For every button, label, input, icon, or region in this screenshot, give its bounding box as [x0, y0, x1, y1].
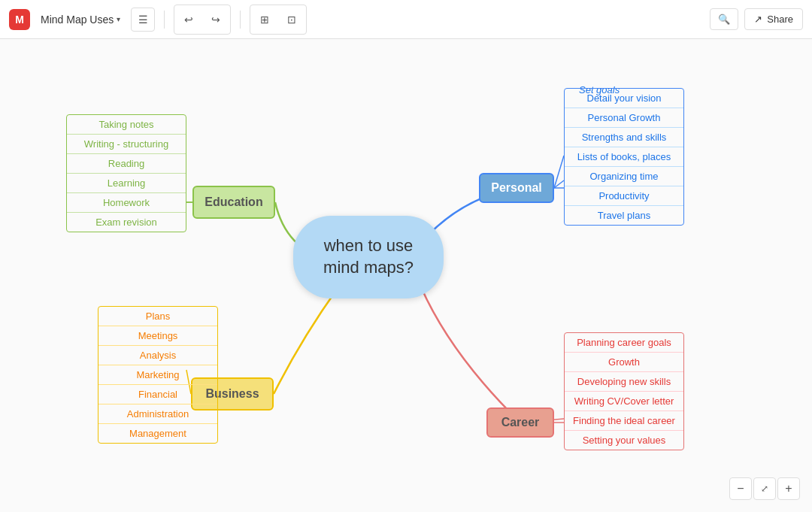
svg-line-1: [554, 156, 564, 188]
list-item[interactable]: Growth: [565, 353, 683, 372]
history-group: ↩ ↪: [174, 5, 231, 35]
center-node-text: when to use mind maps?: [323, 235, 414, 278]
list-item[interactable]: Plans: [98, 307, 217, 326]
title-button[interactable]: Mind Map Uses ▾: [36, 11, 125, 29]
title-label: Mind Map Uses: [41, 14, 114, 26]
list-item[interactable]: Strengths and skills: [565, 128, 683, 147]
list-item[interactable]: Planning career goals: [565, 333, 683, 353]
undo-button[interactable]: ↩: [177, 8, 201, 32]
list-item[interactable]: Marketing: [98, 365, 217, 385]
separator: [164, 11, 165, 29]
personal-node[interactable]: Personal: [479, 173, 554, 203]
insert-icon[interactable]: ⊞: [253, 8, 277, 32]
menu-icon[interactable]: ☰: [131, 8, 155, 32]
list-item[interactable]: Organizing time: [565, 167, 683, 186]
list-item[interactable]: Analysis: [98, 346, 217, 365]
education-node[interactable]: Education: [192, 186, 275, 219]
list-item[interactable]: Writing CV/Cover letter: [565, 392, 683, 411]
career-node[interactable]: Career: [486, 407, 554, 438]
share-label: Share: [767, 14, 793, 25]
search-button[interactable]: 🔍: [710, 8, 738, 30]
app-logo[interactable]: M: [9, 9, 30, 30]
list-item[interactable]: Learning: [67, 174, 186, 193]
redo-button[interactable]: ↪: [204, 8, 228, 32]
list-item[interactable]: Reading: [67, 154, 186, 174]
personal-leaves: Detail your vision Personal Growth Stren…: [564, 88, 684, 226]
list-item[interactable]: Travel plans: [565, 206, 683, 225]
business-leaves: Plans Meetings Analysis Marketing Financ…: [98, 306, 218, 444]
list-item[interactable]: Detail your vision: [565, 89, 683, 108]
layout-icon[interactable]: ⊡: [280, 8, 304, 32]
zoom-out-button[interactable]: −: [729, 477, 752, 500]
list-item[interactable]: Taking notes: [67, 115, 186, 135]
list-item[interactable]: Homework: [67, 193, 186, 213]
list-item[interactable]: Exam revision: [67, 213, 186, 232]
center-node[interactable]: when to use mind maps?: [293, 216, 444, 298]
canvas: when to use mind maps? Education Persona…: [0, 39, 812, 512]
svg-line-2: [554, 180, 564, 188]
education-leaves: Taking notes Writing - structuring Readi…: [66, 114, 186, 232]
toolbar-left: M Mind Map Uses ▾ ☰ ↩ ↪ ⊞ ⊡: [9, 5, 307, 35]
career-label: Career: [501, 416, 540, 429]
zoom-in-button[interactable]: +: [777, 477, 800, 500]
view-group: ⊞ ⊡: [250, 5, 307, 35]
toolbar-right: 🔍 ↗ Share: [710, 8, 803, 30]
career-leaves: Planning career goals Growth Developing …: [564, 332, 684, 450]
list-item[interactable]: Management: [98, 424, 217, 443]
list-item[interactable]: Finding the ideal career: [565, 411, 683, 431]
zoom-fit-button[interactable]: ⤢: [753, 477, 776, 500]
zoom-controls: − ⤢ +: [729, 477, 800, 500]
share-icon: ↗: [754, 14, 762, 25]
share-button[interactable]: ↗ Share: [744, 8, 803, 30]
list-item[interactable]: Meetings: [98, 326, 217, 346]
list-item[interactable]: Writing - structuring: [67, 135, 186, 154]
list-item[interactable]: Setting your values: [565, 431, 683, 450]
list-item[interactable]: Administration: [98, 404, 217, 424]
toolbar: M Mind Map Uses ▾ ☰ ↩ ↪ ⊞ ⊡ 🔍 ↗ Share: [0, 0, 812, 39]
list-item[interactable]: Lists of books, places: [565, 147, 683, 167]
chevron-down-icon: ▾: [117, 15, 120, 23]
personal-label: Personal: [491, 181, 542, 195]
list-item[interactable]: Productivity: [565, 186, 683, 206]
separator2: [240, 11, 241, 29]
search-icon: 🔍: [718, 14, 730, 25]
list-item[interactable]: Financial: [98, 385, 217, 404]
list-item[interactable]: Personal Growth: [565, 108, 683, 128]
education-label: Education: [205, 195, 262, 209]
list-item[interactable]: Developing new skills: [565, 372, 683, 392]
